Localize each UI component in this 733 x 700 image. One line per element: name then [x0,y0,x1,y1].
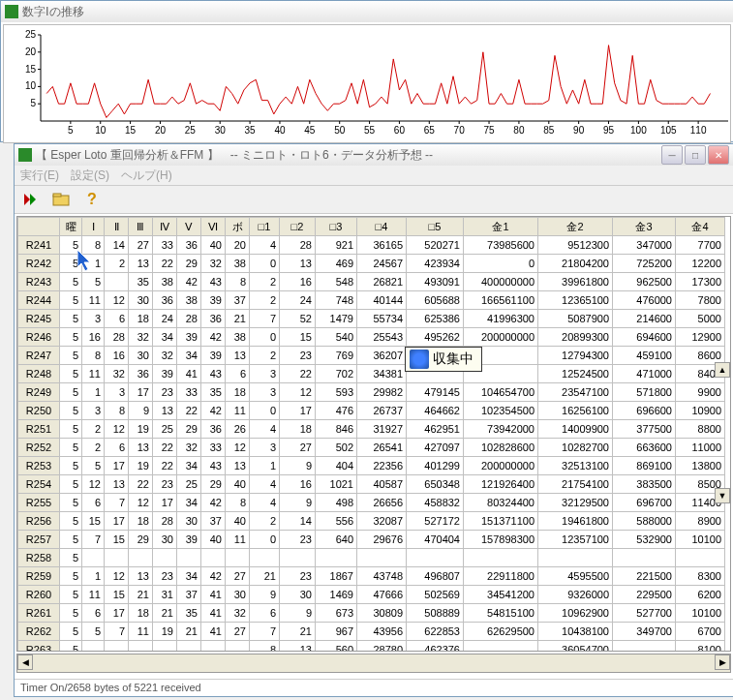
cell[interactable]: 23 [153,383,177,402]
cell[interactable]: 11 [226,402,250,420]
cell[interactable]: 5 [60,512,82,531]
cell[interactable]: 12794300 [538,347,613,365]
cell[interactable]: 696600 [613,402,676,420]
cell[interactable]: 41 [177,365,201,383]
cell[interactable] [201,549,226,567]
cell[interactable]: 18 [226,383,250,402]
col-header[interactable]: 金1 [464,218,538,236]
cell[interactable]: 3 [250,383,280,402]
cell[interactable]: 35 [129,273,153,291]
cell[interactable]: 5087900 [538,310,613,328]
cell[interactable] [538,549,613,567]
cell[interactable]: 459100 [613,347,676,365]
cell[interactable]: 22 [153,439,177,457]
cell[interactable]: 23 [153,475,177,494]
cell[interactable]: 2 [250,273,280,291]
cell[interactable]: 12 [105,291,129,310]
cell[interactable]: 498 [316,494,357,512]
cell[interactable]: 21804200 [538,255,613,273]
cell[interactable]: 625386 [407,310,464,328]
table-row[interactable]: R249513172333351831259329982479145104654… [18,383,725,402]
cell[interactable]: 17300 [676,273,725,291]
col-header[interactable]: □4 [357,218,407,236]
row-header[interactable]: R241 [18,236,60,255]
cell[interactable]: 5 [60,549,82,567]
cell[interactable]: 502 [316,439,357,457]
cell[interactable]: 6 [82,604,105,623]
cell[interactable]: 16 [105,347,129,365]
cell[interactable]: 39 [201,347,226,365]
cell[interactable]: 1479 [316,310,357,328]
cell[interactable]: 17 [129,383,153,402]
cell[interactable]: 11 [82,586,105,604]
cell[interactable]: 13 [280,255,316,273]
cell[interactable]: 3 [82,310,105,328]
cell[interactable]: 20 [226,236,250,255]
cell[interactable]: 6 [226,365,250,383]
cell[interactable]: 508889 [407,604,464,623]
cell[interactable]: 8 [82,236,105,255]
cell[interactable]: 42 [201,402,226,420]
cell[interactable]: 21 [226,310,250,328]
cell[interactable]: 40587 [357,475,407,494]
cell[interactable]: 42 [201,567,226,586]
cell[interactable]: 32 [129,328,153,347]
cell[interactable]: 41 [201,623,226,641]
cell[interactable] [177,549,201,567]
hscrollbar[interactable]: ◀ ▶ [16,654,731,673]
cell[interactable]: 8 [105,402,129,420]
table-row[interactable]: R252526132232331232750226541427097102828… [18,439,725,457]
menu-run[interactable]: 実行(E) [20,167,59,184]
cell[interactable]: 9900 [676,383,725,402]
cell[interactable]: 560 [316,641,357,653]
cell[interactable]: 200000000 [464,328,538,347]
row-header[interactable]: R262 [18,623,60,641]
cell[interactable]: 5 [60,586,82,604]
cell[interactable] [177,641,201,653]
cell[interactable]: 32 [105,365,129,383]
scroll-up-icon[interactable]: ▲ [715,362,730,378]
cell[interactable]: 458832 [407,494,464,512]
cell[interactable]: 673 [316,604,357,623]
cell[interactable]: 17 [105,604,129,623]
table-row[interactable]: R247581630323439132237693620712794300459… [18,347,725,365]
cell[interactable]: 21 [129,586,153,604]
cell[interactable] [82,641,105,653]
cell[interactable]: 556 [316,512,357,531]
cell[interactable]: 40 [201,236,226,255]
cell[interactable]: 532900 [613,531,676,549]
cell[interactable]: 19 [129,457,153,475]
cell[interactable] [676,549,725,567]
table-row[interactable]: R248511323639414363227023438112524500471… [18,365,725,383]
cell[interactable]: 404 [316,457,357,475]
cell[interactable]: 30 [129,291,153,310]
cell[interactable] [357,549,407,567]
cell[interactable]: 38 [177,291,201,310]
cell[interactable]: 13 [105,475,129,494]
cell[interactable]: 7700 [676,236,725,255]
col-header[interactable]: □5 [407,218,464,236]
cell[interactable]: 29 [201,475,226,494]
cell[interactable]: 10900 [676,402,725,420]
cell[interactable]: 23 [280,347,316,365]
cell[interactable]: 471000 [613,365,676,383]
cell[interactable]: 28 [280,236,316,255]
cell[interactable]: 4 [250,494,280,512]
folder-icon[interactable] [51,190,71,209]
cell[interactable]: 13 [226,347,250,365]
cell[interactable]: 214600 [613,310,676,328]
cell[interactable]: 6 [105,439,129,457]
cell[interactable]: 157898300 [464,531,538,549]
cell[interactable]: 14 [105,236,129,255]
cell[interactable]: 8 [250,641,280,653]
row-header[interactable]: R248 [18,365,60,383]
cell[interactable]: 769 [316,347,357,365]
cell[interactable]: 462376 [407,641,464,653]
cell[interactable]: 2 [82,439,105,457]
cell[interactable]: 40144 [357,291,407,310]
cell[interactable]: 34381 [357,365,407,383]
cell[interactable]: 31927 [357,420,407,439]
cell[interactable]: 36 [177,236,201,255]
cell[interactable]: 12200 [676,255,725,273]
cell[interactable]: 73942000 [464,420,538,439]
